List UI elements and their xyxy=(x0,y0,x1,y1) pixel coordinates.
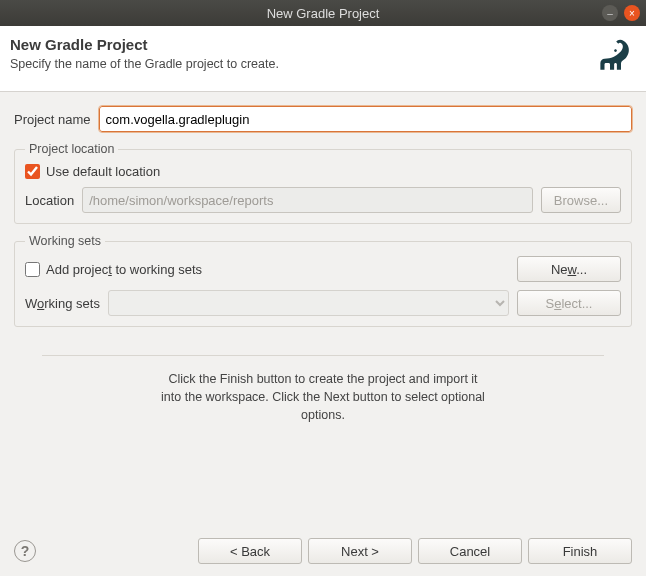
page-title: New Gradle Project xyxy=(10,36,279,53)
project-location-legend: Project location xyxy=(25,142,118,156)
close-button[interactable]: × xyxy=(624,5,640,21)
project-location-group: Project location Use default location Lo… xyxy=(14,142,632,224)
use-default-location-label: Use default location xyxy=(46,164,160,179)
add-to-working-sets-checkbox[interactable] xyxy=(25,262,40,277)
titlebar: New Gradle Project – × xyxy=(0,0,646,26)
divider xyxy=(42,355,604,356)
back-button[interactable]: < Back xyxy=(198,538,302,564)
location-label: Location xyxy=(25,193,74,208)
working-sets-group: Working sets Add project to working sets… xyxy=(14,234,632,327)
browse-button: Browse... xyxy=(541,187,621,213)
page-subtitle: Specify the name of the Gradle project t… xyxy=(10,57,279,71)
window-title: New Gradle Project xyxy=(267,6,380,21)
select-working-set-button: Select... xyxy=(517,290,621,316)
working-sets-legend: Working sets xyxy=(25,234,105,248)
working-sets-combo xyxy=(108,290,509,316)
next-button[interactable]: Next > xyxy=(308,538,412,564)
footer: ? < Back Next > Cancel Finish xyxy=(0,528,646,576)
project-name-input[interactable] xyxy=(99,106,632,132)
help-icon[interactable]: ? xyxy=(14,540,36,562)
project-name-label: Project name xyxy=(14,112,91,127)
new-working-set-button[interactable]: New... xyxy=(517,256,621,282)
use-default-location-checkbox[interactable] xyxy=(25,164,40,179)
working-sets-combo-label: Working sets xyxy=(25,296,100,311)
add-to-working-sets-label: Add project to working sets xyxy=(46,262,202,277)
finish-button[interactable]: Finish xyxy=(528,538,632,564)
minimize-button[interactable]: – xyxy=(602,5,618,21)
gradle-logo-icon xyxy=(588,36,632,79)
dialog-header: New Gradle Project Specify the name of t… xyxy=(0,26,646,92)
location-input xyxy=(82,187,533,213)
hint-text: Click the Finish button to create the pr… xyxy=(14,370,632,424)
cancel-button[interactable]: Cancel xyxy=(418,538,522,564)
